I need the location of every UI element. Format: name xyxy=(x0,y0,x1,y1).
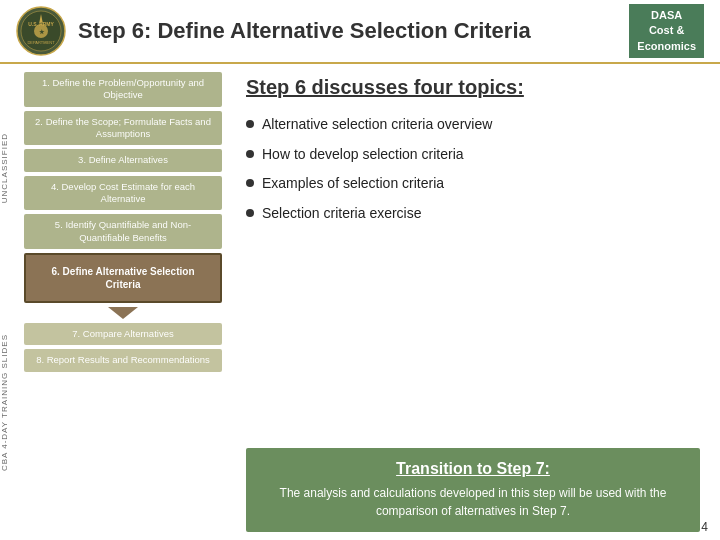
page-header: U.S. ARMY ★ DEPARTMENT Step 6: Define Al… xyxy=(0,0,720,64)
dasa-logo: DASA Cost & Economics xyxy=(629,4,704,58)
cba-label: CBA 4-DAY TRAINING SLIDES xyxy=(0,330,20,475)
transition-body: The analysis and calculations developed … xyxy=(262,484,684,520)
step-3-item: 3. Define Alternatives xyxy=(24,149,222,171)
topic-heading: Step 6 discusses four topics: xyxy=(246,76,700,99)
step-8-item: 8. Report Results and Recommendations xyxy=(24,349,222,371)
page-number: 4 xyxy=(701,520,708,534)
header-left: U.S. ARMY ★ DEPARTMENT Step 6: Define Al… xyxy=(16,6,531,56)
bullet-dot-icon xyxy=(246,120,254,128)
list-item: Selection criteria exercise xyxy=(246,204,700,224)
list-item: How to develop selection criteria xyxy=(246,145,700,165)
bullet-list: Alternative selection criteria overview … xyxy=(246,115,700,223)
army-seal-icon: U.S. ARMY ★ DEPARTMENT xyxy=(16,6,66,56)
step-5-item: 5. Identify Quantifiable and Non-Quantif… xyxy=(24,214,222,249)
bullet-dot-icon xyxy=(246,209,254,217)
list-item: Alternative selection criteria overview xyxy=(246,115,700,135)
content-area: Step 6 discusses four topics: Alternativ… xyxy=(230,64,720,540)
arrow-down-icon xyxy=(108,307,138,319)
transition-title: Transition to Step 7: xyxy=(262,460,684,478)
step-4-item: 4. Develop Cost Estimate for each Altern… xyxy=(24,176,222,211)
bullet-dot-icon xyxy=(246,150,254,158)
list-item: Examples of selection criteria xyxy=(246,174,700,194)
svg-text:DEPARTMENT: DEPARTMENT xyxy=(27,40,55,45)
step-7-item: 7. Compare Alternatives xyxy=(24,323,222,345)
page-title: Step 6: Define Alternative Selection Cri… xyxy=(78,18,531,44)
step-6-item: 6. Define Alternative Selection Criteria xyxy=(24,253,222,303)
main-content: UNCLASSIFIED CBA 4-DAY TRAINING SLIDES 1… xyxy=(0,64,720,540)
transition-box: Transition to Step 7: The analysis and c… xyxy=(246,448,700,532)
step-1-item: 1. Define the Problem/Opportunity and Ob… xyxy=(24,72,222,107)
unclassified-label: UNCLASSIFIED xyxy=(0,129,20,207)
step-2-item: 2. Define the Scope; Formulate Facts and… xyxy=(24,111,222,146)
steps-panel: 1. Define the Problem/Opportunity and Ob… xyxy=(20,64,230,540)
bullet-dot-icon xyxy=(246,179,254,187)
